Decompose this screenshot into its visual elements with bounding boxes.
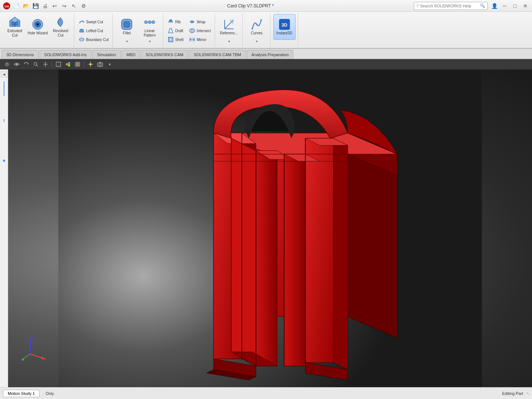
tab-solidworks-addins[interactable]: SOLIDWORKS Add-Ins bbox=[40, 50, 92, 59]
intersect-icon bbox=[189, 28, 195, 34]
fillet-button[interactable]: Fillet bbox=[116, 14, 138, 40]
revolved-cut-button[interactable]: Revolved Cut bbox=[50, 14, 72, 40]
close-icon[interactable]: ✕ bbox=[522, 2, 529, 10]
more-view-options-icon[interactable]: ▼ bbox=[106, 60, 114, 68]
svg-rect-14 bbox=[124, 21, 130, 27]
lofted-cut-button[interactable]: Lofted Cut bbox=[77, 27, 110, 34]
sw-logo-icon[interactable]: SW bbox=[3, 2, 10, 10]
light-icon[interactable] bbox=[86, 60, 95, 68]
svg-marker-69 bbox=[256, 151, 277, 366]
svg-point-51 bbox=[68, 64, 70, 66]
zoom-icon[interactable] bbox=[32, 60, 40, 68]
svg-point-41 bbox=[16, 64, 18, 65]
svg-point-34 bbox=[252, 28, 253, 30]
extruded-cut-button[interactable]: Extruded Cut bbox=[4, 14, 26, 40]
svg-text:X: X bbox=[44, 357, 46, 361]
tab-mbd[interactable]: MBD bbox=[122, 50, 140, 59]
svg-marker-71 bbox=[231, 138, 256, 366]
shell-icon bbox=[168, 37, 174, 42]
hole-wizard-button[interactable]: Hole Wizard bbox=[27, 14, 49, 40]
feature-tree-indicator bbox=[4, 81, 4, 96]
search-box[interactable]: ? 🔍 bbox=[414, 2, 488, 10]
svg-rect-24 bbox=[170, 38, 172, 41]
svg-marker-46 bbox=[45, 66, 46, 67]
intersect-button[interactable]: Intersect bbox=[188, 27, 212, 34]
svg-point-16 bbox=[148, 21, 151, 24]
resize-handle[interactable]: ⤡ bbox=[526, 391, 529, 395]
motion-study-tab[interactable]: Motion Study 1 bbox=[3, 390, 40, 397]
print-icon[interactable]: 🖨 bbox=[41, 2, 49, 10]
intersect-label: Intersect bbox=[197, 29, 211, 33]
appearance-icon[interactable] bbox=[64, 60, 72, 68]
instant3d-label: Instant3D bbox=[276, 31, 292, 35]
search-input[interactable] bbox=[420, 4, 480, 8]
view-eye-icon[interactable] bbox=[13, 60, 21, 68]
tab-analysis-preparation[interactable]: Analysis Preparation bbox=[247, 50, 294, 59]
pan-icon[interactable] bbox=[41, 60, 50, 68]
instant3d-button[interactable]: 3D Instant3D bbox=[273, 14, 296, 40]
lofted-cut-label: Lofted Cut bbox=[86, 29, 103, 33]
tab-simulation[interactable]: Simulation bbox=[92, 50, 121, 59]
hole-wizard-label: Hole Wizard bbox=[28, 31, 48, 35]
tab-3d-dimensions[interactable]: 3D Dimensions bbox=[1, 50, 39, 59]
reference-dropdown-arrow[interactable]: ▼ bbox=[228, 40, 231, 43]
3d-viewport[interactable]: Z X bbox=[8, 69, 532, 387]
svg-marker-28 bbox=[192, 37, 195, 42]
view-settings-icon[interactable] bbox=[3, 60, 11, 68]
open-icon[interactable]: 📂 bbox=[22, 2, 30, 10]
linear-pattern-dropdown-arrow[interactable]: ▼ bbox=[149, 40, 151, 43]
shell-button[interactable]: Shell bbox=[166, 36, 185, 43]
draft-button[interactable]: Draft bbox=[166, 27, 185, 34]
options-icon[interactable]: ⚙ bbox=[80, 2, 87, 10]
maximize-icon[interactable]: □ bbox=[511, 2, 519, 10]
new-icon[interactable]: 📄 bbox=[13, 2, 20, 10]
boundary-cut-label: Boundary Cut bbox=[86, 38, 109, 42]
swept-cut-button[interactable]: Swept Cut bbox=[77, 18, 110, 25]
svg-point-35 bbox=[256, 24, 258, 25]
3d-model[interactable] bbox=[8, 69, 532, 387]
linear-pattern-icon bbox=[144, 16, 156, 28]
curves-button[interactable]: Curves bbox=[246, 14, 268, 40]
mirror-button[interactable]: Mirror bbox=[188, 36, 212, 43]
svg-line-90 bbox=[30, 354, 43, 358]
reference-geometry-button[interactable]: Referenc... bbox=[218, 14, 240, 40]
svg-point-8 bbox=[37, 23, 39, 25]
undo-icon[interactable]: ↩ bbox=[51, 2, 58, 10]
rotate-icon[interactable] bbox=[22, 60, 30, 68]
curves-dropdown-arrow[interactable]: ▼ bbox=[255, 40, 258, 43]
svg-line-44 bbox=[37, 65, 38, 66]
svg-marker-5 bbox=[14, 23, 16, 27]
view-subtoolbar: ▼ bbox=[0, 59, 532, 69]
camera-icon[interactable] bbox=[96, 60, 104, 68]
svg-rect-53 bbox=[76, 63, 79, 66]
svg-marker-45 bbox=[45, 62, 46, 63]
statusbar-right: Editing Part ⤡ bbox=[502, 391, 529, 396]
instant3d-group: 3D Instant3D bbox=[271, 13, 298, 48]
rib-button[interactable]: Rib bbox=[166, 18, 185, 25]
tab-solidworks-cam[interactable]: SOLIDWORKS CAM bbox=[141, 50, 188, 59]
linear-pattern-button[interactable]: Linear Pattern bbox=[139, 14, 161, 40]
user-icon[interactable]: 👤 bbox=[491, 2, 498, 10]
svg-marker-27 bbox=[190, 37, 192, 42]
fillet-dropdown-arrow[interactable]: ▼ bbox=[126, 40, 129, 43]
svg-marker-76 bbox=[284, 154, 305, 366]
axes-indicator: Z X bbox=[19, 335, 49, 365]
statusbar: Motion Study 1 Only Editing Part ⤡ bbox=[0, 387, 532, 399]
cut-features-group: Extruded Cut Hole Wizard bbox=[1, 13, 74, 48]
wrap-button[interactable]: Wrap bbox=[188, 18, 212, 25]
section-view-icon[interactable] bbox=[54, 60, 62, 68]
cut-variants-group: Swept Cut Lofted Cut Boundary Cut bbox=[75, 13, 113, 48]
save-icon[interactable]: 💾 bbox=[32, 2, 39, 10]
minimize-icon[interactable]: ─ bbox=[501, 2, 508, 10]
tab-solidworks-cam-tbm[interactable]: SOLIDWORKS CAM TBM bbox=[189, 50, 246, 59]
redo-icon[interactable]: ↪ bbox=[61, 2, 68, 10]
svg-point-60 bbox=[99, 64, 101, 66]
display-mode-icon[interactable] bbox=[74, 60, 82, 68]
cursor-icon[interactable]: ↖ bbox=[70, 2, 78, 10]
swept-cut-label: Swept Cut bbox=[86, 20, 103, 24]
extruded-cut-label: Extruded Cut bbox=[4, 29, 25, 38]
boundary-cut-button[interactable]: Boundary Cut bbox=[77, 36, 110, 43]
panel-collapse-btn[interactable]: ◀ bbox=[1, 71, 7, 78]
svg-rect-20 bbox=[168, 21, 173, 23]
svg-point-15 bbox=[144, 21, 147, 24]
